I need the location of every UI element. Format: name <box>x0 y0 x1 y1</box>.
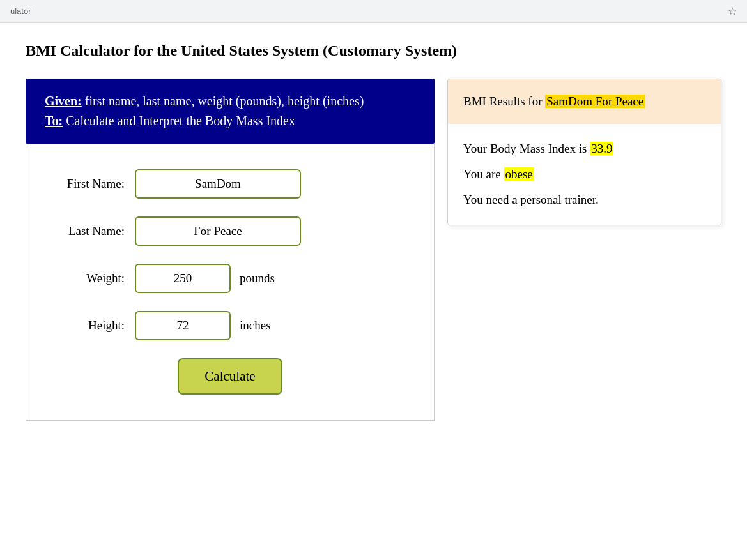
page-title: BMI Calculator for the United States Sys… <box>26 42 721 59</box>
blue-header: Given: first name, last name, weight (po… <box>26 79 435 144</box>
star-icon: ☆ <box>728 5 737 17</box>
given-text: first name, last name, weight (pounds), … <box>82 94 364 108</box>
height-label: Height: <box>45 319 135 333</box>
given-line: Given: first name, last name, weight (po… <box>45 94 415 109</box>
form-area: First Name: Last Name: Weight: pounds He… <box>26 144 435 421</box>
to-label: To: <box>45 114 63 128</box>
category-result: You are obese <box>463 167 705 181</box>
to-line: To: Calculate and Interpret the Body Mas… <box>45 114 415 128</box>
first-name-label: First Name: <box>45 177 135 191</box>
last-name-label: Last Name: <box>45 224 135 238</box>
bmi-value: 33.9 <box>590 142 613 155</box>
left-panel: Given: first name, last name, weight (po… <box>26 79 435 421</box>
results-header-prefix: BMI Results for <box>463 95 545 108</box>
bmi-prefix: Your Body Mass Index is <box>463 142 590 155</box>
last-name-input[interactable] <box>135 216 301 246</box>
weight-row: Weight: pounds <box>45 264 415 293</box>
height-row: Height: inches <box>45 311 415 340</box>
weight-input[interactable] <box>135 264 231 293</box>
weight-unit: pounds <box>240 271 275 285</box>
given-label: Given: <box>45 94 82 108</box>
height-input[interactable] <box>135 311 231 340</box>
weight-label: Weight: <box>45 271 135 285</box>
advice-text: You need a personal trainer. <box>463 193 705 207</box>
last-name-row: Last Name: <box>45 216 415 246</box>
results-body: Your Body Mass Index is 33.9 You are obe… <box>448 124 721 225</box>
category-prefix: You are <box>463 167 504 181</box>
bmi-result: Your Body Mass Index is 33.9 <box>463 142 705 156</box>
browser-bar: ulator ☆ <box>0 0 747 23</box>
first-name-row: First Name: <box>45 169 415 199</box>
results-name: SamDom For Peace <box>545 95 645 108</box>
category-value: obese <box>504 167 534 181</box>
first-name-input[interactable] <box>135 169 301 199</box>
height-unit: inches <box>240 319 271 333</box>
page-content: BMI Calculator for the United States Sys… <box>0 23 747 440</box>
calculate-button[interactable]: Calculate <box>178 358 282 395</box>
main-layout: Given: first name, last name, weight (po… <box>26 79 721 421</box>
browser-title: ulator <box>10 6 31 16</box>
results-box: BMI Results for SamDom For Peace Your Bo… <box>447 79 721 225</box>
to-text: Calculate and Interpret the Body Mass In… <box>63 114 295 128</box>
results-header: BMI Results for SamDom For Peace <box>448 79 721 124</box>
right-panel: BMI Results for SamDom For Peace Your Bo… <box>447 79 721 225</box>
